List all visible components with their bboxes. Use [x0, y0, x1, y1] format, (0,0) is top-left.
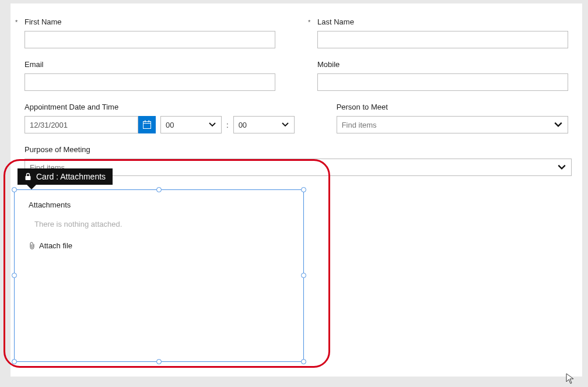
svg-rect-4	[26, 176, 31, 180]
appointment-date-input[interactable]	[24, 116, 138, 133]
field-person-to-meet: Person to Meet Find items	[327, 103, 568, 133]
purpose-label: Purpose of Meeting	[24, 145, 568, 154]
hour-select[interactable]: 00	[160, 116, 222, 133]
tooltip-text: Card : Attachments	[36, 172, 106, 181]
svg-rect-2	[145, 121, 146, 122]
designer-tooltip: Card : Attachments	[18, 168, 113, 185]
resize-handle[interactable]	[301, 273, 306, 278]
email-label: Email	[24, 60, 275, 69]
mobile-label: Mobile	[317, 60, 568, 69]
paperclip-icon	[29, 242, 36, 250]
tooltip-arrow	[27, 185, 36, 189]
required-indicator: *	[15, 19, 18, 26]
required-indicator: *	[308, 19, 310, 26]
field-last-name: * Last Name	[308, 17, 568, 48]
hour-value: 00	[166, 121, 174, 129]
minute-select[interactable]: 00	[233, 116, 295, 133]
person-placeholder: Find items	[342, 121, 377, 129]
mobile-input[interactable]	[317, 73, 568, 91]
resize-handle[interactable]	[12, 187, 17, 192]
field-email: Email	[15, 60, 275, 91]
resize-handle[interactable]	[156, 359, 162, 364]
chevron-down-icon	[554, 120, 563, 129]
chevron-down-icon	[281, 121, 289, 129]
person-to-meet-lookup[interactable]: Find items	[337, 116, 568, 133]
date-input-group	[24, 116, 156, 133]
attachments-card-body: Attachments There is nothing attached. A…	[15, 190, 303, 261]
chevron-down-icon	[208, 121, 216, 129]
svg-rect-3	[149, 121, 150, 122]
minute-value: 00	[239, 121, 247, 129]
last-name-label: Last Name	[317, 17, 568, 26]
time-separator: :	[226, 121, 229, 129]
chevron-down-icon	[557, 163, 566, 172]
first-name-label: First Name	[24, 17, 275, 26]
cursor-icon	[566, 373, 574, 386]
first-name-input[interactable]	[24, 31, 275, 48]
resize-handle[interactable]	[301, 187, 306, 192]
attachments-card[interactable]: Attachments There is nothing attached. A…	[14, 189, 304, 362]
svg-rect-0	[144, 122, 151, 129]
field-mobile: Mobile	[308, 60, 568, 91]
attachments-heading: Attachments	[29, 200, 289, 209]
resize-handle[interactable]	[12, 359, 17, 364]
last-name-input[interactable]	[317, 31, 568, 48]
attachments-empty-text: There is nothing attached.	[34, 220, 289, 228]
calendar-button[interactable]	[138, 116, 156, 133]
appointment-date-label: Appointment Date and Time	[24, 103, 295, 111]
person-to-meet-label: Person to Meet	[337, 103, 568, 111]
attachments-region: Card : Attachments Attachments There is …	[4, 159, 331, 369]
attach-file-button[interactable]: Attach file	[29, 241, 289, 250]
resize-handle[interactable]	[156, 187, 162, 192]
calendar-icon	[142, 120, 152, 129]
attach-file-label: Attach file	[39, 241, 72, 250]
field-first-name: * First Name	[15, 17, 275, 48]
email-input[interactable]	[24, 73, 275, 91]
resize-handle[interactable]	[12, 273, 17, 278]
resize-handle[interactable]	[301, 359, 306, 364]
field-appointment-date: Appointment Date and Time 00	[15, 103, 295, 133]
lock-icon	[24, 173, 32, 181]
